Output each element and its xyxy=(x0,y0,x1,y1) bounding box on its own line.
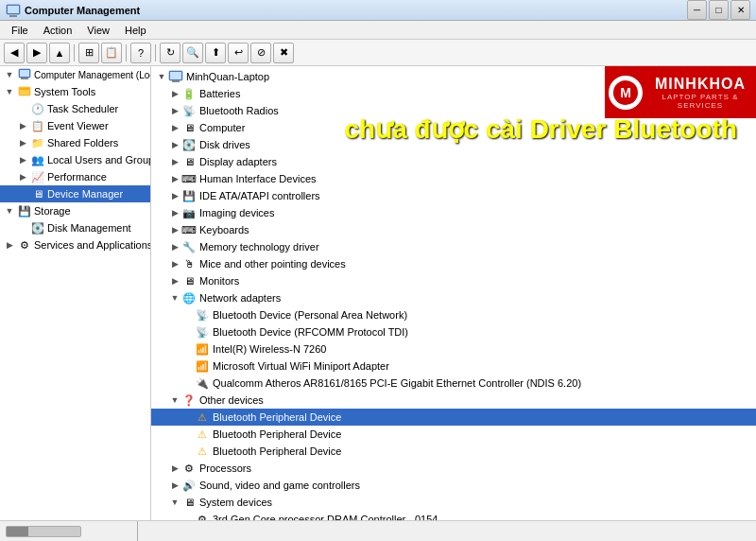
menu-action[interactable]: Action xyxy=(36,23,80,38)
menu-help[interactable]: Help xyxy=(117,23,154,38)
disable-button[interactable]: ⊘ xyxy=(250,43,271,63)
tree-shared-folders[interactable]: ▶ 📁 Shared Folders xyxy=(0,134,150,151)
toolbar-separator-1 xyxy=(74,44,75,61)
dev-keyboards-expand[interactable]: ▶ xyxy=(168,223,181,236)
storage-expand[interactable]: ▼ xyxy=(4,205,15,217)
bt-pan-expand xyxy=(181,308,195,322)
shared-folders-expand[interactable]: ▶ xyxy=(17,137,28,148)
dev-ide[interactable]: ▶ 💾 IDE ATA/ATAPI controllers xyxy=(151,187,756,204)
dev-qualcomm-ethernet[interactable]: 🔌 Qualcomm Atheros AR8161/8165 PCI-E Gig… xyxy=(151,375,756,392)
dev-system-devices[interactable]: ▼ 🖥 System devices xyxy=(151,494,756,511)
left-panel[interactable]: ▼ Computer Management (Local ▼ xyxy=(0,66,151,520)
dev-mice[interactable]: ▶ 🖱 Mice and other pointing devices xyxy=(151,255,756,272)
uninstall-button[interactable]: ✖ xyxy=(273,43,294,63)
system-devices-label: System devices xyxy=(199,497,272,508)
maximize-button[interactable]: □ xyxy=(709,0,729,20)
tree-root[interactable]: ▼ Computer Management (Local xyxy=(0,66,150,83)
dev-computer[interactable]: ▶ 🖥 Computer xyxy=(151,119,756,136)
dev-root-expand[interactable]: ▼ xyxy=(155,70,168,83)
dev-display-expand[interactable]: ▶ xyxy=(168,155,181,168)
tree-root-label: Computer Management (Local xyxy=(34,70,151,80)
dev-bt-radios-expand[interactable]: ▶ xyxy=(168,104,181,117)
dev-memory[interactable]: ▶ 🔧 Memory technology driver xyxy=(151,238,756,255)
dev-root-label: MinhQuan-Laptop xyxy=(186,71,269,82)
tree-storage[interactable]: ▼ 💾 Storage xyxy=(0,202,150,219)
dev-3rdgen-dram[interactable]: ⚙ 3rd Gen Core processor DRAM Controller… xyxy=(151,511,756,520)
dev-ide-expand[interactable]: ▶ xyxy=(168,189,181,202)
dev-monitors[interactable]: ▶ 🖥 Monitors xyxy=(151,272,756,289)
performance-expand[interactable]: ▶ xyxy=(17,171,28,183)
menu-view[interactable]: View xyxy=(79,23,117,38)
bt-rfcomm-expand xyxy=(181,325,195,339)
dev-bt-pan[interactable]: 📡 Bluetooth Device (Personal Area Networ… xyxy=(151,306,756,323)
dev-bt-rfcomm[interactable]: 📡 Bluetooth Device (RFCOMM Protocol TDI) xyxy=(151,323,756,340)
tree-disk-management[interactable]: 💽 Disk Management xyxy=(0,219,150,236)
dev-disk-expand[interactable]: ▶ xyxy=(168,138,181,151)
refresh-button[interactable]: ↻ xyxy=(160,43,180,63)
dev-system-expand[interactable]: ▼ xyxy=(168,496,181,509)
dev-memory-expand[interactable]: ▶ xyxy=(168,240,181,253)
rollback-button[interactable]: ↩ xyxy=(228,43,249,63)
tree-task-scheduler[interactable]: 🕐 Task Scheduler xyxy=(0,100,150,117)
ms-virtual-wifi-icon: 📶 xyxy=(195,358,210,374)
dev-imaging[interactable]: ▶ 📷 Imaging devices xyxy=(151,204,756,221)
back-button[interactable]: ◀ xyxy=(4,43,25,63)
show-hide-button[interactable]: ⊞ xyxy=(78,43,99,63)
tree-services[interactable]: ▶ ⚙ Services and Applications xyxy=(0,236,150,253)
close-button[interactable]: ✕ xyxy=(730,0,750,20)
dev-monitors-expand[interactable]: ▶ xyxy=(168,274,181,288)
dev-processors-expand[interactable]: ▶ xyxy=(168,462,181,475)
right-panel[interactable]: ▼ MinhQuan-Laptop ▶ 🔋 Batteries xyxy=(151,66,756,520)
scan-button[interactable]: 🔍 xyxy=(182,43,203,63)
minimize-button[interactable]: ─ xyxy=(687,0,707,20)
dev-bt-peripheral-1[interactable]: ⚠ Bluetooth Peripheral Device xyxy=(151,409,756,426)
update-driver-button[interactable]: ⬆ xyxy=(205,43,226,63)
window-controls[interactable]: ─ □ ✕ xyxy=(687,0,750,20)
dev-network-adapters[interactable]: ▼ 🌐 Network adapters xyxy=(151,289,756,306)
event-viewer-expand[interactable]: ▶ xyxy=(17,120,28,131)
tree-event-viewer[interactable]: ▶ 📋 Event Viewer xyxy=(0,117,150,134)
batteries-label: Batteries xyxy=(199,88,240,99)
properties-button[interactable]: 📋 xyxy=(101,43,122,63)
tree-device-manager[interactable]: 🖥 Device Manager xyxy=(0,185,150,202)
dev-sound[interactable]: ▶ 🔊 Sound, video and game controllers xyxy=(151,477,756,494)
dev-display-adapters[interactable]: ▶ 🖥 Display adapters xyxy=(151,153,756,170)
disk-mgmt-expand xyxy=(17,222,28,234)
help-button[interactable]: ? xyxy=(130,43,151,63)
dev-batteries-expand[interactable]: ▶ xyxy=(168,87,181,100)
tree-system-tools[interactable]: ▼ System Tools xyxy=(0,83,150,100)
dev-network-expand[interactable]: ▼ xyxy=(168,291,181,305)
dev-bt-peripheral-2[interactable]: ⚠ Bluetooth Peripheral Device xyxy=(151,426,756,443)
dev-disk-drives[interactable]: ▶ 💽 Disk drives xyxy=(151,136,756,153)
task-scheduler-icon: 🕐 xyxy=(30,101,45,116)
svg-text:M: M xyxy=(620,85,631,100)
services-expand[interactable]: ▶ xyxy=(4,239,15,251)
dev-sound-expand[interactable]: ▶ xyxy=(168,479,181,492)
root-expand-icon[interactable]: ▼ xyxy=(4,69,15,80)
dev-other-devices[interactable]: ▼ ❓ Other devices xyxy=(151,392,756,409)
menu-file[interactable]: File xyxy=(4,23,36,38)
dev-intel-wireless[interactable]: 📶 Intel(R) Wireless-N 7260 xyxy=(151,340,756,358)
dev-mice-expand[interactable]: ▶ xyxy=(168,257,181,270)
dev-keyboards[interactable]: ▶ ⌨ Keyboards xyxy=(151,221,756,238)
dev-processors[interactable]: ▶ ⚙ Processors xyxy=(151,460,756,477)
dev-hid-expand[interactable]: ▶ xyxy=(168,172,181,185)
dev-other-expand[interactable]: ▼ xyxy=(168,393,181,407)
bt-peripheral-3-label: Bluetooth Peripheral Device xyxy=(213,445,341,457)
intel-wireless-expand xyxy=(181,342,195,356)
bt-rfcomm-icon: 📡 xyxy=(195,324,210,340)
forward-button[interactable]: ▶ xyxy=(26,43,47,63)
network-adapters-icon: 🌐 xyxy=(181,290,197,305)
dev-computer-expand[interactable]: ▶ xyxy=(168,121,181,134)
tree-local-users[interactable]: ▶ 👥 Local Users and Groups xyxy=(0,151,150,168)
tree-performance[interactable]: ▶ 📈 Performance xyxy=(0,168,150,185)
dev-imaging-expand[interactable]: ▶ xyxy=(168,206,181,219)
up-button[interactable]: ▲ xyxy=(49,43,70,63)
system-tools-expand[interactable]: ▼ xyxy=(4,86,15,97)
display-adapters-label: Display adapters xyxy=(199,156,277,167)
intel-wireless-label: Intel(R) Wireless-N 7260 xyxy=(213,343,326,355)
dev-ms-virtual-wifi[interactable]: 📶 Microsoft Virtual WiFi Miniport Adapte… xyxy=(151,358,756,375)
dev-bt-peripheral-3[interactable]: ⚠ Bluetooth Peripheral Device xyxy=(151,443,756,460)
dev-hid[interactable]: ▶ ⌨ Human Interface Devices xyxy=(151,170,756,187)
local-users-expand[interactable]: ▶ xyxy=(17,154,28,166)
